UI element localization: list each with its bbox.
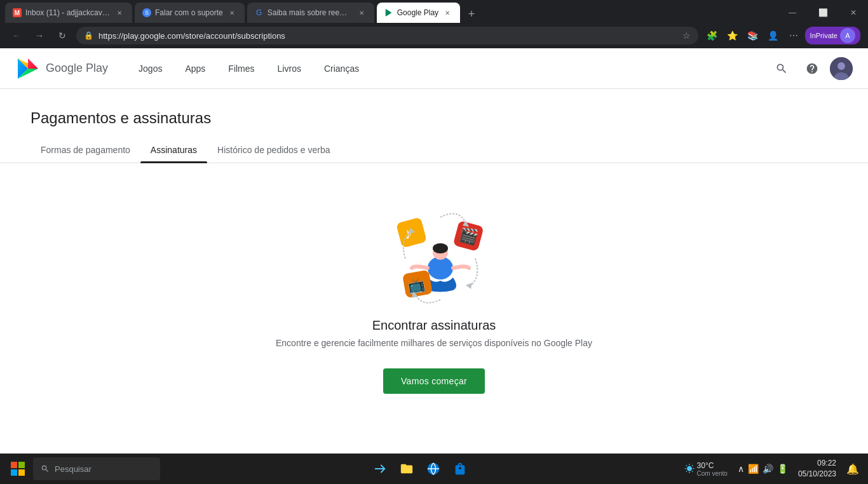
start-menu-button[interactable] xyxy=(5,456,31,481)
tab-support-close[interactable]: ✕ xyxy=(227,8,237,18)
taskbar-items xyxy=(163,456,678,481)
empty-subtitle: Encontre e gerencie facilmente milhares … xyxy=(276,338,592,348)
tab-gmail-close[interactable]: ✕ xyxy=(114,8,125,18)
url-text: https://play.google.com/store/account/su… xyxy=(98,31,677,41)
tabs-container: M Inbox (11) - adjjackcavalcante@... ✕ S… xyxy=(0,0,778,23)
taskbar-right: 30°C Com vento ∧ 📶 🔊 🔋 09:22 05/10/2023 xyxy=(681,456,863,481)
browser-window: M Inbox (11) - adjjackcavalcante@... ✕ S… xyxy=(0,0,868,484)
page-title: Pagamentos e assinaturas xyxy=(31,109,837,127)
bell-icon: 🔔 xyxy=(846,463,859,475)
url-bar[interactable]: 🔒 https://play.google.com/store/account/… xyxy=(76,27,698,44)
address-bar: ← → ↻ 🔒 https://play.google.com/store/ac… xyxy=(0,23,868,48)
bookmark-icon[interactable]: ☆ xyxy=(682,30,691,41)
taskbar-file-manager[interactable] xyxy=(394,456,419,481)
tab-history[interactable]: Histórico de pedidos e verba xyxy=(207,137,340,163)
window-controls: — ⬜ ✕ xyxy=(778,3,868,23)
support-favicon: S xyxy=(142,8,151,17)
page-content: Google Play Jogos Apps Filmes Livros Cri… xyxy=(0,48,868,484)
play-logo-icon xyxy=(15,56,41,81)
volume-icon: 🔊 xyxy=(763,464,773,474)
favorites-icon[interactable]: ⭐ xyxy=(724,27,742,44)
clock-time: 09:22 xyxy=(798,458,836,469)
taskbar: Pesquisar xyxy=(0,454,868,484)
svg-rect-20 xyxy=(11,462,17,468)
empty-title: Encontrar assinaturas xyxy=(372,318,496,333)
tab-support[interactable]: S Falar com o suporte ✕ xyxy=(135,3,245,23)
tab-refund[interactable]: G Saiba mais sobre reembolsos no... ✕ xyxy=(247,3,374,23)
nav-item-jogos[interactable]: Jogos xyxy=(128,58,172,79)
gmail-favicon: M xyxy=(13,8,22,17)
collections-icon[interactable]: 📚 xyxy=(744,27,762,44)
minimize-button[interactable]: — xyxy=(778,3,807,23)
page-header: Pagamentos e assinaturas xyxy=(0,89,868,127)
tab-subscriptions[interactable]: Assinaturas xyxy=(140,137,207,163)
svg-marker-17 xyxy=(466,283,472,289)
wifi-icon: 📶 xyxy=(748,464,759,474)
tab-bar: M Inbox (11) - adjjackcavalcante@... ✕ S… xyxy=(0,0,868,23)
weather-desc: Com vento xyxy=(697,470,728,477)
lock-icon: 🔒 xyxy=(84,31,93,40)
refresh-button[interactable]: ↻ xyxy=(53,27,71,44)
system-tray[interactable]: ∧ 📶 🔊 🔋 xyxy=(734,456,792,481)
new-tab-button[interactable]: + xyxy=(463,5,480,23)
inprivate-label: InPrivate xyxy=(810,32,837,39)
tab-support-title: Falar com o suporte xyxy=(155,8,223,17)
chevron-up-icon: ∧ xyxy=(738,464,744,474)
weather-widget[interactable]: 30°C Com vento xyxy=(681,456,731,481)
taskbar-store[interactable] xyxy=(447,456,473,481)
nav-item-criancas[interactable]: Crianças xyxy=(314,58,369,79)
clock-display: 09:22 05/10/2023 xyxy=(798,458,836,480)
nav-item-apps[interactable]: Apps xyxy=(175,58,215,79)
gplay-favicon xyxy=(384,8,393,17)
notification-button[interactable]: 🔔 xyxy=(843,456,863,481)
gplay-logo-text: Google Play xyxy=(46,62,108,75)
gplay-nav: Jogos Apps Filmes Livros Crianças xyxy=(128,58,769,79)
tab-payment[interactable]: Formas de pagamento xyxy=(31,137,140,163)
taskbar-search-text: Pesquisar xyxy=(55,464,92,474)
forward-button[interactable]: → xyxy=(31,27,48,44)
search-button[interactable] xyxy=(769,56,794,81)
subscription-illustration: ♪ 🎬 📺 xyxy=(377,201,491,303)
taskbar-browser[interactable] xyxy=(421,456,446,481)
svg-rect-21 xyxy=(18,462,25,468)
close-button[interactable]: ✕ xyxy=(839,3,868,23)
gplay-header: Google Play Jogos Apps Filmes Livros Cri… xyxy=(0,48,868,89)
help-button[interactable] xyxy=(799,56,825,81)
svg-point-5 xyxy=(837,62,845,70)
svg-rect-22 xyxy=(11,469,17,476)
temperature: 30°C xyxy=(697,461,728,470)
settings-icon[interactable]: ⋯ xyxy=(785,27,803,44)
svg-marker-3 xyxy=(28,58,38,69)
content-tabs: Formas de pagamento Assinaturas Históric… xyxy=(0,137,868,163)
extensions-icon[interactable]: 🧩 xyxy=(703,27,721,44)
tab-refund-close[interactable]: ✕ xyxy=(356,8,367,18)
clock[interactable]: 09:22 05/10/2023 xyxy=(794,456,840,481)
user-avatar[interactable] xyxy=(830,57,853,80)
tab-refund-title: Saiba mais sobre reembolsos no... xyxy=(268,8,353,17)
clock-date: 05/10/2023 xyxy=(798,469,836,480)
profile-avatar: A xyxy=(840,28,855,43)
inprivate-button[interactable]: InPrivate A xyxy=(805,27,860,44)
gplay-header-actions xyxy=(769,56,853,81)
svg-point-7 xyxy=(428,257,453,279)
tab-gplay[interactable]: Google Play ✕ xyxy=(377,3,460,23)
tab-gmail-title: Inbox (11) - adjjackcavalcante@... xyxy=(25,8,111,17)
svg-point-9 xyxy=(433,243,448,253)
battery-icon: 🔋 xyxy=(777,464,788,474)
browser-actions: 🧩 ⭐ 📚 👤 ⋯ InPrivate A xyxy=(703,27,860,44)
tab-gplay-close[interactable]: ✕ xyxy=(442,8,452,18)
refund-favicon: G xyxy=(255,8,264,17)
tab-gplay-title: Google Play xyxy=(397,8,438,17)
taskbar-widgets[interactable] xyxy=(367,456,393,481)
gplay-logo[interactable]: Google Play xyxy=(15,56,108,81)
nav-item-livros[interactable]: Livros xyxy=(268,58,311,79)
start-button[interactable]: Vamos começar xyxy=(383,368,485,394)
nav-item-filmes[interactable]: Filmes xyxy=(218,58,264,79)
svg-rect-23 xyxy=(18,469,25,476)
account-icon[interactable]: 👤 xyxy=(764,27,782,44)
tab-gmail[interactable]: M Inbox (11) - adjjackcavalcante@... ✕ xyxy=(5,3,132,23)
back-button[interactable]: ← xyxy=(8,27,25,44)
empty-state: ♪ 🎬 📺 xyxy=(0,163,868,432)
taskbar-search[interactable]: Pesquisar xyxy=(33,457,160,480)
maximize-button[interactable]: ⬜ xyxy=(808,3,837,23)
